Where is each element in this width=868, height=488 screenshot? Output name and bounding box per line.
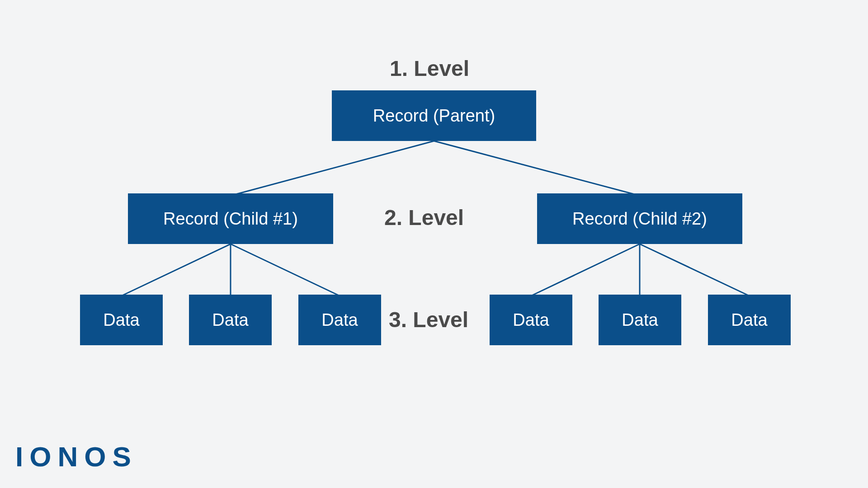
- diagram-container: 1. Level 2. Level 3. Level Record (Paren…: [0, 0, 868, 488]
- node-data-6: Data: [708, 295, 791, 345]
- node-data-6-label: Data: [731, 310, 767, 330]
- svg-line-7: [640, 244, 750, 296]
- svg-line-0: [231, 141, 434, 196]
- node-data-4-label: Data: [513, 310, 549, 330]
- node-data-4: Data: [490, 295, 572, 345]
- label-level-1: 1. Level: [390, 56, 469, 81]
- label-level-3: 3. Level: [389, 307, 468, 332]
- node-child-2: Record (Child #2): [537, 193, 742, 244]
- label-level-2: 2. Level: [384, 205, 464, 230]
- node-data-5-label: Data: [622, 310, 658, 330]
- svg-line-5: [531, 244, 640, 296]
- brand-logo: IONOS: [15, 441, 137, 473]
- node-parent: Record (Parent): [332, 90, 536, 141]
- node-data-1: Data: [80, 295, 163, 345]
- node-data-2-label: Data: [212, 310, 248, 330]
- node-child-2-label: Record (Child #2): [572, 209, 707, 229]
- node-data-5: Data: [599, 295, 681, 345]
- svg-line-2: [121, 244, 231, 296]
- svg-line-4: [231, 244, 340, 296]
- node-data-1-label: Data: [103, 310, 139, 330]
- node-child-1-label: Record (Child #1): [163, 209, 298, 229]
- node-parent-label: Record (Parent): [373, 106, 495, 126]
- node-data-3: Data: [298, 295, 381, 345]
- node-data-3-label: Data: [321, 310, 358, 330]
- node-data-2: Data: [189, 295, 272, 345]
- node-child-1: Record (Child #1): [128, 193, 333, 244]
- svg-line-1: [434, 141, 640, 196]
